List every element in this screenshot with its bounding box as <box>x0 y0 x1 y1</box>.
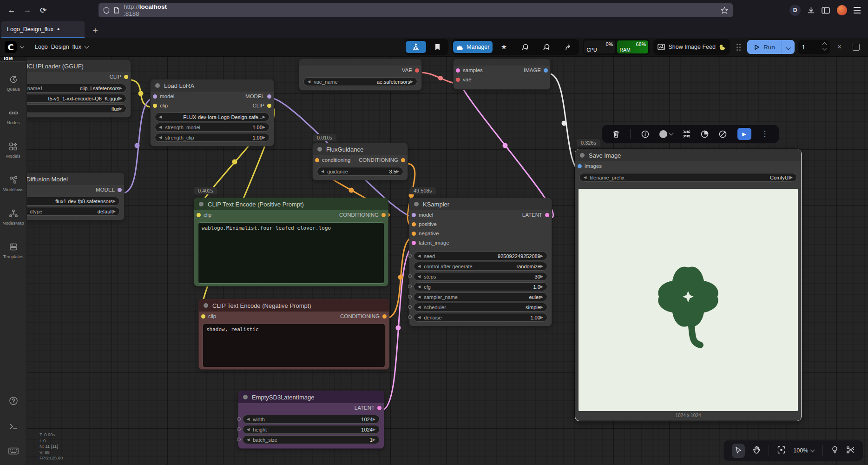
page-icon[interactable] <box>114 7 119 13</box>
forward-icon[interactable]: → <box>20 3 34 17</box>
decrement-arrow-icon[interactable]: ◀ <box>247 417 250 421</box>
decrement-arrow-icon[interactable]: ◀ <box>159 125 162 129</box>
more-options-icon[interactable]: ⋮ <box>762 130 769 138</box>
increment-arrow-icon[interactable]: ▶ <box>113 209 116 213</box>
decrement-arrow-icon[interactable]: ◀ <box>584 175 586 179</box>
downloads-icon[interactable] <box>807 7 815 14</box>
drag-handle[interactable] <box>736 44 741 51</box>
widget-filename_prefix[interactable]: ◀filename_prefixComfyUI▶ <box>579 173 797 182</box>
comfyui-logo[interactable]: C <box>5 41 17 53</box>
node-save-image[interactable]: Save Image images ◀filename_prefixComfyU… <box>575 149 802 421</box>
shield-icon[interactable] <box>103 7 110 14</box>
collapse-dot[interactable] <box>317 147 322 152</box>
sidebar-item-templates[interactable]: Templates <box>0 234 26 267</box>
back-icon[interactable]: ← <box>5 3 19 17</box>
increment-arrow-icon[interactable]: ▶ <box>540 264 543 268</box>
input-port[interactable]: clip <box>197 212 211 218</box>
widget-seed[interactable]: ◀seed925092249252089▶ <box>414 252 547 260</box>
increment-arrow-icon[interactable]: ▶ <box>396 169 399 173</box>
clear-queue-icon[interactable]: × <box>834 43 845 51</box>
decrement-arrow-icon[interactable]: ◀ <box>418 285 421 289</box>
increment-arrow-icon[interactable]: ▶ <box>540 305 543 309</box>
widget-strength_clip[interactable]: ◀strength_clip1.00▶ <box>155 133 270 142</box>
reload-icon[interactable]: ⟳ <box>36 3 50 17</box>
decrement-arrow-icon[interactable]: ◀ <box>159 135 162 140</box>
collapse-node-icon[interactable] <box>683 130 690 138</box>
widget-width[interactable]: ◀width1024▶ <box>243 415 380 424</box>
input-port[interactable]: model <box>153 93 174 99</box>
output-port[interactable]: MODEL <box>96 187 122 193</box>
node-clip-text-encode-positive[interactable]: CLIP Text Encode (Positive Prompt) clipC… <box>194 198 388 286</box>
decrement-arrow-icon[interactable]: ◀ <box>418 305 421 309</box>
node-ksampler[interactable]: KSampler modelLATENTpositivenegativelate… <box>409 198 552 326</box>
output-port[interactable]: CLIP <box>109 74 128 80</box>
output-port[interactable]: CLIP <box>252 103 271 108</box>
widget-vae_name[interactable]: ◀vae_nameae.safetensors▶ <box>303 77 417 86</box>
input-port[interactable]: images <box>578 163 602 169</box>
decrement-arrow-icon[interactable]: ◀ <box>418 274 421 279</box>
link-cutter-icon[interactable] <box>846 446 855 455</box>
generated-image[interactable] <box>579 189 798 411</box>
node-empty-sd3-latent-image[interactable]: EmptySD3LatentImage LATENT ◀width1024▶◀h… <box>238 391 384 449</box>
widget-guidance[interactable]: ◀guidance3.5▶ <box>317 167 403 176</box>
output-port[interactable]: LATENT <box>522 212 549 218</box>
collapse-dot[interactable] <box>243 395 248 399</box>
input-port[interactable]: vae <box>456 77 472 82</box>
input-port[interactable]: conditioning <box>315 157 350 163</box>
widget-strength_model[interactable]: ◀strength_model1.00▶ <box>155 123 270 132</box>
output-port[interactable]: MODEL <box>245 93 271 99</box>
decrement-arrow-icon[interactable]: ◀ <box>247 427 250 432</box>
decrement-arrow-icon[interactable]: ◀ <box>159 115 162 119</box>
widget-scheduler[interactable]: ◀schedulersimple▶ <box>414 303 547 312</box>
increment-arrow-icon[interactable]: ▶ <box>540 295 543 299</box>
workflow-name-menu[interactable]: Logo_Design_flux <box>35 44 88 50</box>
stop-icon[interactable] <box>849 44 863 51</box>
decrement-arrow-icon[interactable]: ◀ <box>418 315 421 319</box>
run-button[interactable]: Run <box>747 40 795 54</box>
widget-cfg[interactable]: ◀cfg1.0▶ <box>414 282 547 291</box>
increment-arrow-icon[interactable]: ▶ <box>540 274 543 279</box>
input-port[interactable]: clip <box>201 313 216 319</box>
sidebar-item-nodesmap[interactable]: NodesMap <box>0 200 26 234</box>
collapse-dot[interactable] <box>580 153 585 158</box>
widget-height[interactable]: ◀height1024▶ <box>243 425 380 434</box>
collapse-dot[interactable] <box>204 303 208 308</box>
decrement-arrow-icon[interactable]: ◀ <box>321 169 324 173</box>
node-color-picker[interactable] <box>659 130 673 138</box>
increment-arrow-icon[interactable]: ▶ <box>119 106 122 111</box>
widget-sampler_name[interactable]: ◀sampler_nameeuler▶ <box>414 292 547 301</box>
collapse-dot[interactable] <box>199 202 204 206</box>
favorites-star-icon[interactable]: ★ <box>493 41 514 53</box>
increment-arrow-icon[interactable]: ▶ <box>373 427 375 432</box>
node-clip-text-encode-negative[interactable]: CLIP Text Encode (Negative Prompt) clipC… <box>198 299 389 370</box>
decrement-arrow-icon[interactable]: ◀ <box>418 264 421 268</box>
menu-icon[interactable] <box>854 7 861 13</box>
sidebar-item-workflows[interactable]: Workflows <box>0 167 26 200</box>
widget-control after generate[interactable]: ◀control after generaterandomize▶ <box>414 262 547 271</box>
zoom-level-dropdown[interactable]: 100% <box>793 447 814 454</box>
run-options-chevron-icon[interactable] <box>782 43 795 51</box>
run-node-button[interactable]: ▶ <box>737 128 751 140</box>
share-icon[interactable] <box>558 41 578 53</box>
notification-icon-1[interactable] <box>515 41 535 53</box>
prompt-textarea[interactable]: wablogo,Minimalist,four leafed clover,lo… <box>198 222 384 284</box>
browser-tab[interactable]: Logo_Design_flux • <box>1 21 85 38</box>
widget-denoise[interactable]: ◀denoise1.00▶ <box>414 313 547 322</box>
increment-arrow-icon[interactable]: ▶ <box>263 125 265 129</box>
pan-tool[interactable] <box>753 446 760 455</box>
delete-icon[interactable] <box>612 130 620 138</box>
increment-arrow-icon[interactable]: ▶ <box>540 315 543 319</box>
bookmark-icon[interactable] <box>427 41 447 53</box>
batch-count-stepper[interactable]: 1 <box>798 40 830 54</box>
increment-arrow-icon[interactable]: ▶ <box>119 86 122 90</box>
extension-badge[interactable]: D <box>789 5 801 16</box>
notification-icon-2[interactable] <box>536 41 557 53</box>
decrement-arrow-icon[interactable]: ◀ <box>418 254 421 258</box>
decrement-arrow-icon[interactable]: ◀ <box>418 295 421 299</box>
decrement-arrow-icon[interactable]: ◀ <box>247 438 250 442</box>
output-port[interactable]: IMAGE <box>524 67 548 73</box>
input-port[interactable]: samples <box>456 67 483 73</box>
show-image-feed-button[interactable]: Show Image Feed <box>654 41 729 53</box>
node-load-lora[interactable]: Load LoRA modelMODELclipCLIP ◀FLUX-dev-l… <box>150 79 274 146</box>
profile-avatar[interactable] <box>837 5 847 15</box>
